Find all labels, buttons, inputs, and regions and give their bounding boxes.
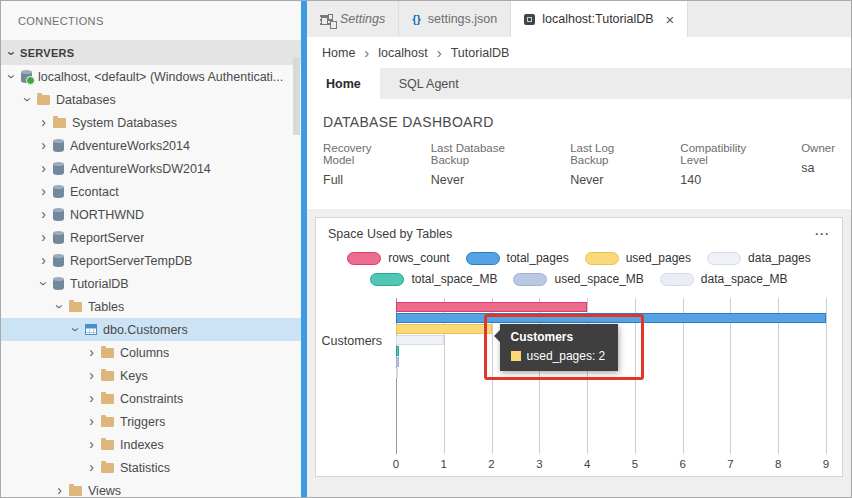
tab-localhost-tutorialdb[interactable]: localhost:TutorialDB × (511, 1, 688, 37)
bar-total_pages[interactable] (396, 313, 826, 323)
tree-item[interactable]: ›AdventureWorksDW2014 (1, 157, 301, 180)
tree-item[interactable]: ›Keys (1, 364, 301, 387)
bar-data_space_MB[interactable] (396, 368, 398, 378)
legend-item-total_space_MB[interactable]: total_space_MB (370, 272, 497, 286)
tab-sql-agent[interactable]: SQL Agent (380, 68, 478, 99)
tree-item[interactable]: ›Constraints (1, 387, 301, 410)
chevron-collapsed-icon[interactable]: › (85, 392, 98, 405)
tree-item[interactable]: ›System Databases (1, 111, 301, 134)
tree-item[interactable]: ›Indexes (1, 433, 301, 456)
chevron-collapsed-icon[interactable]: › (53, 484, 66, 497)
x-tick-label: 0 (393, 458, 399, 470)
tree-item[interactable]: ›localhost, <default> (Windows Authentic… (1, 65, 301, 88)
property-value: Never (570, 173, 653, 187)
tooltip-series-swatch (511, 351, 521, 361)
chevron-expanded-icon[interactable]: › (37, 277, 50, 290)
legend-swatch (347, 252, 381, 265)
x-tick-label: 7 (727, 458, 733, 470)
legend-item-total_pages[interactable]: total_pages (466, 251, 569, 265)
chart-tooltip: Customers used_pages: 2 (500, 324, 618, 371)
folder-icon (101, 371, 114, 381)
chevron-right-icon: › (364, 45, 369, 60)
chevron-expanded-icon[interactable]: › (69, 323, 82, 336)
chevron-collapsed-icon[interactable]: › (37, 208, 50, 221)
tree-item[interactable]: ›ReportServer (1, 226, 301, 249)
dashboard: DATABASE DASHBOARD Recovery ModelFullLas… (307, 99, 851, 497)
legend-item-data_space_MB[interactable]: data_space_MB (660, 272, 788, 286)
breadcrumb-home[interactable]: Home (322, 46, 355, 60)
tree-item[interactable]: ›Views (1, 479, 301, 497)
tree-item[interactable]: ›TutorialDB (1, 272, 301, 295)
legend-label: data_space_MB (701, 272, 788, 286)
property: Last Database BackupNever (431, 142, 543, 187)
chevron-collapsed-icon[interactable]: › (37, 254, 50, 267)
legend-label: used_pages (626, 251, 691, 265)
breadcrumb-tutorialdb[interactable]: TutorialDB (451, 46, 510, 60)
property-label: Owner (801, 142, 835, 154)
sidebar-scrollbar[interactable] (293, 57, 300, 135)
tree-item[interactable]: ›AdventureWorks2014 (1, 134, 301, 157)
tree-item[interactable]: ›NORTHWND (1, 203, 301, 226)
legend-item-used_pages[interactable]: used_pages (585, 251, 691, 265)
page-title: DATABASE DASHBOARD (323, 114, 835, 130)
legend-item-rows_count[interactable]: rows_count (347, 251, 449, 265)
chevron-collapsed-icon[interactable]: › (85, 438, 98, 451)
chevron-collapsed-icon[interactable]: › (37, 185, 50, 198)
gridline (826, 298, 827, 454)
ellipsis-menu-icon[interactable]: ⋯ (814, 226, 830, 241)
tab-settings[interactable]: Settings (307, 1, 399, 37)
tree-item[interactable]: ›dbo.Customers (1, 318, 301, 341)
chevron-collapsed-icon[interactable]: › (85, 415, 98, 428)
tab-settings-json[interactable]: {} settings.json (399, 1, 511, 37)
tree-item[interactable]: ›Econtact (1, 180, 301, 203)
chevron-collapsed-icon[interactable]: › (85, 346, 98, 359)
chevron-collapsed-icon[interactable]: › (37, 116, 50, 129)
widget-header: Space Used by Tables ⋯ (316, 218, 842, 245)
property-value: Full (323, 173, 404, 187)
property-label: Last Database Backup (431, 142, 543, 166)
property-label: Recovery Model (323, 142, 404, 166)
chevron-collapsed-icon[interactable]: › (37, 231, 50, 244)
tree-item[interactable]: ›Columns (1, 341, 301, 364)
servers-section-label: SERVERS (20, 47, 74, 59)
bar-rows_count[interactable] (396, 302, 587, 312)
chevron-collapsed-icon[interactable]: › (85, 461, 98, 474)
folder-icon (53, 118, 66, 128)
legend-item-used_space_MB[interactable]: used_space_MB (513, 272, 643, 286)
folder-icon (69, 302, 82, 312)
legend-label: used_space_MB (554, 272, 643, 286)
close-icon[interactable]: × (666, 12, 675, 27)
chevron-collapsed-icon[interactable]: › (37, 139, 50, 152)
tree-item[interactable]: ›Statistics (1, 456, 301, 479)
chart-legend: rows_counttotal_pagesused_pagesdata_page… (316, 245, 842, 290)
bar-total_space_MB[interactable] (396, 346, 399, 356)
json-braces-icon: {} (412, 13, 421, 25)
bar-data_pages[interactable] (396, 335, 444, 345)
chevron-expanded-icon[interactable]: › (53, 300, 66, 313)
folder-icon (101, 417, 114, 427)
servers-section-header[interactable]: › SERVERS (1, 41, 301, 65)
tab-home[interactable]: Home (307, 68, 380, 99)
chevron-expanded-icon[interactable]: › (5, 70, 18, 83)
app-window: CONNECTIONS › SERVERS ›localhost, <defau… (0, 0, 852, 498)
tree-item-label: Constraints (120, 392, 183, 406)
tree-item[interactable]: ›Triggers (1, 410, 301, 433)
chevron-collapsed-icon[interactable]: › (85, 369, 98, 382)
x-tick-label: 6 (679, 458, 685, 470)
chevron-right-icon: › (437, 45, 442, 60)
connections-sidebar: CONNECTIONS › SERVERS ›localhost, <defau… (1, 1, 301, 497)
tree-item-label: localhost, <default> (Windows Authentica… (38, 70, 283, 84)
legend-item-data_pages[interactable]: data_pages (707, 251, 811, 265)
tree-item-label: Econtact (70, 185, 119, 199)
bar-used_space_MB[interactable] (396, 357, 399, 367)
tree-item-label: System Databases (72, 116, 177, 130)
tree-item[interactable]: ›ReportServerTempDB (1, 249, 301, 272)
tree-item[interactable]: ›Tables (1, 295, 301, 318)
database-icon (53, 209, 64, 221)
tree-item[interactable]: ›Databases (1, 88, 301, 111)
tree-item-label: Statistics (120, 461, 170, 475)
chevron-collapsed-icon[interactable]: › (37, 162, 50, 175)
chevron-expanded-icon[interactable]: › (21, 93, 34, 106)
breadcrumb-localhost[interactable]: localhost (378, 46, 427, 60)
bar-used_pages[interactable] (396, 324, 492, 334)
